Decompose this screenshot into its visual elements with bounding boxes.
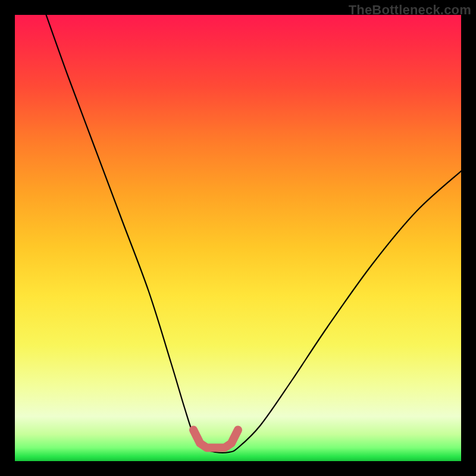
plot-area bbox=[15, 15, 461, 461]
chart-frame: TheBottleneck.com bbox=[0, 0, 476, 476]
heatmap-gradient bbox=[15, 15, 461, 461]
